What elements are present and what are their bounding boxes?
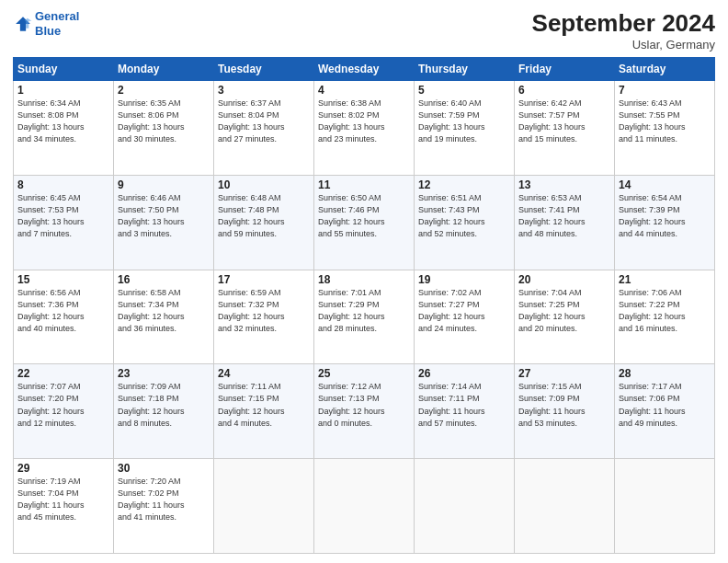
day-number: 14 (619, 178, 711, 191)
day-number: 25 (318, 367, 410, 380)
day-number: 29 (17, 462, 109, 475)
calendar-cell: 15Sunrise: 6:56 AM Sunset: 7:36 PM Dayli… (14, 270, 114, 364)
day-info: Sunrise: 6:51 AM Sunset: 7:43 PM Dayligh… (418, 192, 510, 240)
day-number: 1 (17, 84, 109, 97)
day-number: 7 (619, 84, 711, 97)
day-number: 28 (619, 367, 711, 380)
day-number: 19 (418, 273, 510, 286)
calendar-cell: 18Sunrise: 7:01 AM Sunset: 7:29 PM Dayli… (314, 270, 415, 364)
calendar-header-row: Sunday Monday Tuesday Wednesday Thursday… (14, 58, 715, 81)
day-number: 11 (318, 178, 410, 191)
day-info: Sunrise: 6:56 AM Sunset: 7:36 PM Dayligh… (17, 287, 109, 335)
day-number: 18 (318, 273, 410, 286)
week-row-1: 1Sunrise: 6:34 AM Sunset: 8:08 PM Daylig… (14, 81, 715, 176)
day-number: 17 (218, 273, 310, 286)
week-row-2: 8Sunrise: 6:45 AM Sunset: 7:53 PM Daylig… (14, 175, 715, 270)
day-number: 9 (118, 178, 210, 191)
day-info: Sunrise: 7:06 AM Sunset: 7:22 PM Dayligh… (619, 287, 711, 335)
month-title: September 2024 (532, 9, 715, 38)
day-number: 27 (518, 367, 610, 380)
day-number: 6 (518, 84, 610, 97)
title-block: September 2024 Uslar, Germany (532, 9, 715, 52)
day-info: Sunrise: 7:15 AM Sunset: 7:09 PM Dayligh… (518, 381, 610, 429)
logo-general: General (35, 9, 79, 23)
day-info: Sunrise: 7:07 AM Sunset: 7:20 PM Dayligh… (17, 381, 109, 429)
day-number: 23 (118, 367, 210, 380)
calendar-cell (214, 459, 314, 554)
logo: General Blue (13, 9, 79, 38)
day-info: Sunrise: 6:38 AM Sunset: 8:02 PM Dayligh… (318, 98, 410, 145)
day-number: 8 (17, 178, 109, 191)
calendar-cell: 14Sunrise: 6:54 AM Sunset: 7:39 PM Dayli… (615, 175, 715, 270)
calendar-cell: 12Sunrise: 6:51 AM Sunset: 7:43 PM Dayli… (415, 175, 515, 270)
calendar-cell: 20Sunrise: 7:04 AM Sunset: 7:25 PM Dayli… (515, 270, 615, 364)
day-info: Sunrise: 7:14 AM Sunset: 7:11 PM Dayligh… (418, 381, 510, 429)
calendar-cell: 27Sunrise: 7:15 AM Sunset: 7:09 PM Dayli… (515, 364, 615, 459)
calendar-cell: 2Sunrise: 6:35 AM Sunset: 8:06 PM Daylig… (114, 81, 214, 176)
calendar-cell: 11Sunrise: 6:50 AM Sunset: 7:46 PM Dayli… (314, 175, 415, 270)
day-info: Sunrise: 7:19 AM Sunset: 7:04 PM Dayligh… (17, 476, 109, 523)
calendar-cell: 24Sunrise: 7:11 AM Sunset: 7:15 PM Dayli… (214, 364, 314, 459)
day-number: 3 (218, 84, 310, 97)
calendar-cell: 8Sunrise: 6:45 AM Sunset: 7:53 PM Daylig… (14, 175, 114, 270)
calendar-cell: 21Sunrise: 7:06 AM Sunset: 7:22 PM Dayli… (615, 270, 715, 364)
day-number: 2 (118, 84, 210, 97)
day-info: Sunrise: 6:59 AM Sunset: 7:32 PM Dayligh… (218, 287, 310, 335)
calendar-cell: 26Sunrise: 7:14 AM Sunset: 7:11 PM Dayli… (415, 364, 515, 459)
day-info: Sunrise: 7:01 AM Sunset: 7:29 PM Dayligh… (318, 287, 410, 335)
day-number: 15 (17, 273, 109, 286)
day-info: Sunrise: 7:04 AM Sunset: 7:25 PM Dayligh… (518, 287, 610, 335)
day-info: Sunrise: 7:11 AM Sunset: 7:15 PM Dayligh… (218, 381, 310, 429)
day-number: 12 (418, 178, 510, 191)
calendar-cell (515, 459, 615, 554)
calendar-cell: 9Sunrise: 6:46 AM Sunset: 7:50 PM Daylig… (114, 175, 214, 270)
calendar-cell: 4Sunrise: 6:38 AM Sunset: 8:02 PM Daylig… (314, 81, 415, 176)
day-info: Sunrise: 7:17 AM Sunset: 7:06 PM Dayligh… (619, 381, 711, 429)
day-info: Sunrise: 6:53 AM Sunset: 7:41 PM Dayligh… (518, 192, 610, 240)
col-saturday: Saturday (615, 58, 715, 81)
col-tuesday: Tuesday (214, 58, 314, 81)
day-info: Sunrise: 6:54 AM Sunset: 7:39 PM Dayligh… (619, 192, 711, 240)
col-wednesday: Wednesday (314, 58, 415, 81)
logo-icon (13, 14, 33, 34)
day-info: Sunrise: 6:42 AM Sunset: 7:57 PM Dayligh… (518, 98, 610, 145)
calendar-cell: 10Sunrise: 6:48 AM Sunset: 7:48 PM Dayli… (214, 175, 314, 270)
day-info: Sunrise: 7:09 AM Sunset: 7:18 PM Dayligh… (118, 381, 210, 429)
day-info: Sunrise: 7:20 AM Sunset: 7:02 PM Dayligh… (118, 476, 210, 523)
calendar-cell (615, 459, 715, 554)
day-number: 20 (518, 273, 610, 286)
header: General Blue September 2024 Uslar, Germa… (13, 9, 715, 52)
day-info: Sunrise: 6:50 AM Sunset: 7:46 PM Dayligh… (318, 192, 410, 240)
day-info: Sunrise: 6:34 AM Sunset: 8:08 PM Dayligh… (17, 98, 109, 145)
calendar-table: Sunday Monday Tuesday Wednesday Thursday… (13, 57, 715, 554)
week-row-3: 15Sunrise: 6:56 AM Sunset: 7:36 PM Dayli… (14, 270, 715, 364)
calendar-cell: 7Sunrise: 6:43 AM Sunset: 7:55 PM Daylig… (615, 81, 715, 176)
week-row-4: 22Sunrise: 7:07 AM Sunset: 7:20 PM Dayli… (14, 364, 715, 459)
day-number: 4 (318, 84, 410, 97)
day-info: Sunrise: 7:02 AM Sunset: 7:27 PM Dayligh… (418, 287, 510, 335)
day-number: 10 (218, 178, 310, 191)
day-info: Sunrise: 6:43 AM Sunset: 7:55 PM Dayligh… (619, 98, 711, 145)
calendar-cell: 19Sunrise: 7:02 AM Sunset: 7:27 PM Dayli… (415, 270, 515, 364)
day-number: 24 (218, 367, 310, 380)
day-number: 30 (118, 462, 210, 475)
day-number: 16 (118, 273, 210, 286)
calendar-cell: 23Sunrise: 7:09 AM Sunset: 7:18 PM Dayli… (114, 364, 214, 459)
day-info: Sunrise: 6:48 AM Sunset: 7:48 PM Dayligh… (218, 192, 310, 240)
day-info: Sunrise: 6:46 AM Sunset: 7:50 PM Dayligh… (118, 192, 210, 240)
calendar-cell (415, 459, 515, 554)
calendar-cell: 17Sunrise: 6:59 AM Sunset: 7:32 PM Dayli… (214, 270, 314, 364)
logo-blue: Blue (35, 24, 79, 39)
col-monday: Monday (114, 58, 214, 81)
calendar-cell: 28Sunrise: 7:17 AM Sunset: 7:06 PM Dayli… (615, 364, 715, 459)
calendar-cell: 22Sunrise: 7:07 AM Sunset: 7:20 PM Dayli… (14, 364, 114, 459)
day-info: Sunrise: 6:58 AM Sunset: 7:34 PM Dayligh… (118, 287, 210, 335)
day-info: Sunrise: 6:37 AM Sunset: 8:04 PM Dayligh… (218, 98, 310, 145)
day-number: 5 (418, 84, 510, 97)
calendar-cell: 16Sunrise: 6:58 AM Sunset: 7:34 PM Dayli… (114, 270, 214, 364)
calendar-cell: 3Sunrise: 6:37 AM Sunset: 8:04 PM Daylig… (214, 81, 314, 176)
calendar-cell: 29Sunrise: 7:19 AM Sunset: 7:04 PM Dayli… (14, 459, 114, 554)
calendar-cell: 5Sunrise: 6:40 AM Sunset: 7:59 PM Daylig… (415, 81, 515, 176)
page: General Blue September 2024 Uslar, Germa… (0, 0, 728, 563)
calendar-cell: 30Sunrise: 7:20 AM Sunset: 7:02 PM Dayli… (114, 459, 214, 554)
